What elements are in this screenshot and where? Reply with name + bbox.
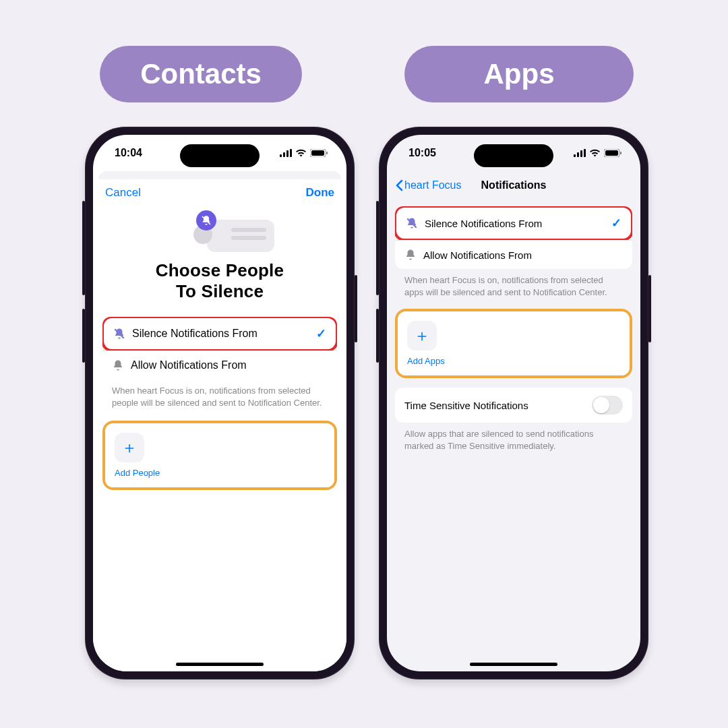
bell-off-icon [113, 328, 125, 340]
checkmark-icon: ✓ [316, 326, 326, 341]
svg-rect-12 [584, 149, 586, 157]
page-title: Choose People To Silence [156, 260, 284, 302]
time-sensitive-label: Time Sensitive Notifications [404, 400, 528, 411]
time-sensitive-row[interactable]: Time Sensitive Notifications [395, 388, 632, 423]
wifi-icon [295, 149, 307, 157]
add-apps-label: Add Apps [407, 356, 445, 366]
cancel-button[interactable]: Cancel [105, 186, 141, 200]
svg-rect-15 [620, 152, 621, 154]
svg-rect-1 [283, 152, 285, 157]
svg-rect-0 [280, 154, 282, 157]
plus-icon: ＋ [121, 437, 138, 458]
dynamic-island [180, 144, 260, 167]
home-indicator[interactable] [470, 663, 557, 666]
option-label: Silence Notifications From [425, 218, 605, 229]
battery-icon [310, 149, 328, 157]
cellular-icon [574, 149, 586, 157]
svg-rect-14 [605, 150, 618, 156]
home-indicator[interactable] [176, 663, 264, 666]
bell-icon [112, 359, 124, 371]
option-label: Allow Notifications From [131, 359, 328, 371]
bell-off-icon [196, 210, 216, 231]
svg-rect-10 [577, 152, 579, 157]
status-time: 10:04 [115, 147, 142, 159]
phone-apps: 10:05 heart Focus Notifications [379, 127, 648, 679]
cellular-icon [280, 149, 292, 157]
caption: When heart Focus is on, notifications fr… [395, 269, 632, 298]
label-apps: Apps [404, 46, 634, 102]
plus-icon: ＋ [414, 325, 430, 346]
bell-icon [404, 249, 417, 261]
svg-rect-6 [326, 152, 328, 154]
nav-title: Notifications [387, 179, 640, 191]
option-label: Silence Notifications From [132, 328, 309, 340]
add-people-label: Add People [115, 468, 160, 478]
time-sensitive-toggle[interactable] [592, 396, 623, 415]
option-silence[interactable]: Silence Notifications From ✓ [395, 206, 632, 241]
caption: When heart Focus is on, notifications fr… [102, 380, 337, 408]
dynamic-island [474, 144, 553, 167]
status-time: 10:05 [408, 147, 436, 159]
done-button[interactable]: Done [306, 186, 335, 200]
svg-rect-11 [580, 150, 582, 157]
add-people-button[interactable]: ＋ [115, 433, 144, 462]
checkmark-icon: ✓ [611, 216, 621, 231]
svg-rect-9 [574, 154, 576, 157]
phone-contacts: 10:04 Cancel Done [85, 127, 355, 679]
svg-rect-2 [286, 150, 289, 157]
bell-off-icon [406, 217, 418, 229]
svg-rect-3 [290, 149, 292, 157]
caption: Allow apps that are silenced to send not… [395, 423, 632, 452]
option-allow[interactable]: Allow Notifications From [102, 351, 337, 380]
wifi-icon [589, 149, 601, 157]
svg-rect-5 [311, 150, 324, 156]
option-silence[interactable]: Silence Notifications From ✓ [102, 317, 337, 352]
label-contacts: Contacts [100, 46, 302, 102]
option-label: Allow Notifications From [423, 249, 623, 261]
option-allow[interactable]: Allow Notifications From [395, 240, 632, 269]
add-apps-button[interactable]: ＋ [407, 321, 437, 351]
hero-illustration [189, 213, 270, 253]
battery-icon [604, 149, 621, 157]
